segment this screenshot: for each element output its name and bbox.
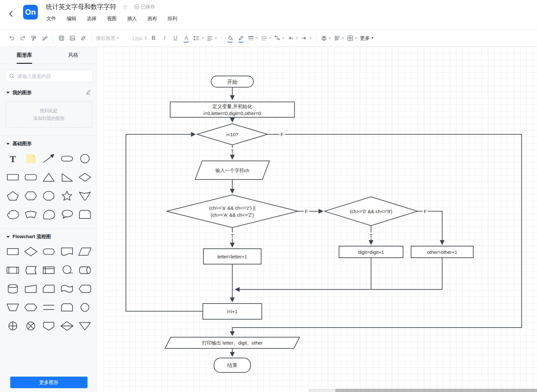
shape-internal-storage[interactable] [40,261,58,279]
shape-manual-operation[interactable] [4,298,22,317]
shape-stored-data[interactable] [22,261,40,279]
italic-button[interactable]: I [160,33,169,43]
tab-shape-library[interactable]: 图形库 [0,47,49,64]
fit-size-icon[interactable]: ▼ [347,33,358,43]
my-shapes-dropzone[interactable]: 拖到此处 添加到我的图形 [6,101,92,128]
node-inc[interactable]: i=i+1 [203,304,262,319]
shape-pill[interactable] [58,149,76,168]
shape-sort[interactable] [58,317,76,335]
arrow-start-icon[interactable]: ▼ [287,33,298,43]
shape-card[interactable] [40,279,58,298]
document-title[interactable]: 统计英文字母和数字字符 [46,3,116,11]
shape-summing-junction[interactable] [4,317,22,335]
shape-hexagon[interactable] [22,187,40,205]
line-width-icon[interactable]: ▼ [248,33,258,43]
menu-arrange[interactable]: 排列 [168,16,177,22]
shape-off-line-storage[interactable] [22,279,40,298]
image-icon[interactable] [68,33,77,43]
shape-frame[interactable] [58,298,76,317]
shape-search-box[interactable] [5,70,93,82]
diagram-canvas[interactable]: 开始 定义变量,并初始化 i=0,letter=0,digit=0,other=… [103,47,537,392]
menu-select[interactable]: 选择 [87,16,96,22]
favorite-star-icon[interactable]: ☆ [122,3,128,11]
node-digit[interactable]: digit=digit+1 [339,246,403,258]
shape-predefined-process[interactable] [4,261,22,279]
line-color-icon[interactable] [237,33,245,43]
font-color-button[interactable]: A [182,33,190,43]
shape-direct-access-storage[interactable] [76,261,94,279]
shape-octagon[interactable] [40,187,58,205]
shape-circle[interactable] [76,149,94,168]
line-style-icon[interactable]: ▼ [261,33,271,43]
node-other[interactable]: other=other+1 [411,246,473,258]
tab-style[interactable]: 风格 [49,47,98,64]
edge-loopback[interactable] [126,134,203,311]
fill-color-icon[interactable] [226,33,234,43]
shape-off-page-connector[interactable] [40,317,58,335]
shape-parallel-mode[interactable] [40,298,58,317]
menu-view[interactable]: 视图 [107,16,117,22]
shape-rounded-rectangle[interactable] [22,168,40,187]
shape-merge[interactable] [76,317,94,335]
shape-arrow[interactable] [40,149,58,168]
shape-display[interactable] [76,279,94,298]
menu-insert[interactable]: 插入 [127,16,137,22]
shape-connector[interactable] [76,298,94,317]
format-painter-icon[interactable] [29,33,38,43]
node-start[interactable]: 开始 [211,76,253,87]
connector-style-icon[interactable]: ▼ [274,33,285,43]
shape-triangle[interactable] [40,168,58,187]
shape-teardrop[interactable] [40,205,58,224]
collapse-caret-icon[interactable] [6,143,10,145]
toolbar-more-button[interactable]: 更多▼ [360,33,374,43]
node-input[interactable]: 输入一个字符ch [195,161,269,179]
shape-arc-band[interactable] [22,205,40,224]
link-icon[interactable] [79,33,87,43]
more-shapes-button[interactable]: 更多图形 [10,377,87,388]
shape-preparation[interactable] [22,298,40,317]
undo-icon[interactable] [8,33,16,43]
arrow-end-icon[interactable]: ▼ [301,33,312,43]
shape-database[interactable] [4,279,22,298]
shape-right-triangle[interactable] [58,168,76,187]
shape-process[interactable] [4,242,22,261]
menu-edit[interactable]: 编辑 [67,16,76,22]
edge-cond3-false-other[interactable] [417,211,442,244]
shape-star[interactable] [58,187,76,205]
font-size-select[interactable]: 12px▲▼ [132,33,147,43]
layers-icon[interactable]: ▼ [321,33,331,43]
shape-speech-bubble[interactable] [58,205,76,224]
shape-diamond[interactable] [76,168,94,187]
shape-cloud[interactable] [4,205,22,224]
collapse-caret-icon[interactable] [6,92,10,94]
redo-icon[interactable] [19,33,27,43]
shape-paper-tape[interactable] [58,279,76,298]
text-align-icon[interactable]: ▼ [207,33,217,43]
menu-canvas[interactable]: 画布 [147,16,157,22]
node-cond-digit[interactable]: (ch>='0' && ch<='9') [325,197,417,226]
menu-file[interactable]: 文件 [46,16,56,22]
shape-text[interactable]: T [4,149,22,168]
shape-data[interactable] [76,242,94,261]
node-print[interactable]: 打印输出 letter、digit、other [165,337,300,348]
shape-rounded-top-rectangle[interactable] [76,205,94,224]
shape-terminator[interactable] [40,242,58,261]
shape-sticky-note[interactable] [22,149,40,168]
style-brush-icon[interactable] [40,33,49,43]
underline-button[interactable]: U [171,33,179,43]
node-init[interactable]: 定义变量,并初始化 i=0,letter=0,digit=0,other=0 [170,102,294,117]
background-icon[interactable] [57,33,66,43]
node-cond-letter[interactable]: (ch>='a' && ch<='z') || (ch>='A' && ch<=… [167,195,298,228]
search-input[interactable] [17,73,88,79]
shape-sequential-storage[interactable] [58,261,76,279]
node-cond-loop[interactable]: i<10? [197,124,268,145]
shape-decision[interactable] [22,242,40,261]
collapse-caret-icon[interactable] [6,236,10,238]
line-height-icon[interactable]: ▼ [193,33,204,43]
node-letter[interactable]: letter=letter+1 [203,249,261,264]
processon-logo[interactable]: On [23,5,38,20]
shape-or[interactable] [22,317,40,335]
font-family-select[interactable]: 微软雅黑▼ [96,33,129,43]
shape-document[interactable] [58,242,76,261]
edge-cond-false-print[interactable] [232,134,522,335]
